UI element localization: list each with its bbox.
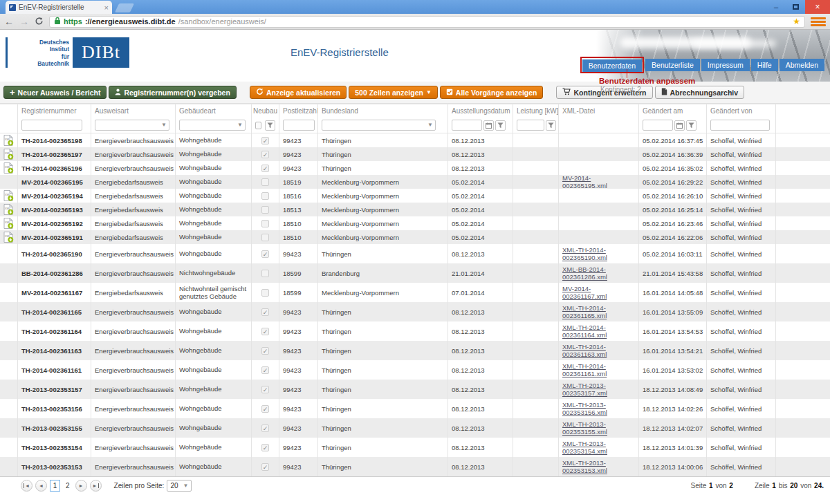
table-row[interactable]: TH-2014-002365190 Energieverbrauchsauswe… [0,244,830,263]
xml-file-link[interactable]: XML-TH-2014-002361161.xml [562,362,635,378]
nav-benutzerliste-button[interactable]: Benutzerliste [645,59,700,71]
pager-first-button[interactable]: ◄ [21,480,33,492]
browser-tab[interactable]: EnEV-Registrierstelle × [6,1,112,14]
table-row[interactable]: TH-2014-002361164 Energieverbrauchsauswe… [0,321,830,341]
nav-abmelden-button[interactable]: Abmelden [780,59,824,71]
xml-file-link[interactable]: XML-TH-2013-002353156.xml [562,401,635,417]
filter-leistung-input[interactable] [517,120,544,131]
billing-archive-button[interactable]: Abrechnungsarchiv [655,86,745,99]
xml-download-cell[interactable]: XML [0,189,18,203]
back-icon[interactable]: ← [4,17,14,26]
xml-file-link[interactable]: XML-TH-2013-002353157.xml [562,382,635,398]
filter-ausstellungsdatum-funnel-icon[interactable] [495,120,506,131]
pager-page-2[interactable]: 2 [63,482,73,489]
table-row[interactable]: BB-2014-002361286 Energieverbrauchsauswe… [0,263,830,283]
xml-download-cell[interactable] [0,263,18,283]
xml-file-link[interactable]: XML-TH-2014-002361165.xml [562,304,635,320]
reload-icon[interactable] [35,17,44,27]
table-row[interactable]: XML MV-2014-002365192 Energiebedarfsausw… [0,216,830,230]
filter-geaendert-von-input[interactable] [710,120,770,131]
xml-file-link[interactable]: XML-TH-2014-002361164.xml [562,324,635,339]
tab-close-icon[interactable]: × [104,4,109,11]
assign-number-button[interactable]: Registriernummer(n) vergeben [109,86,236,99]
xml-download-cell[interactable]: XML [0,161,18,175]
table-row[interactable]: XML MV-2014-002365194 Energiebedarfsausw… [0,189,830,203]
new-tab-button[interactable] [115,3,134,12]
table-row[interactable]: TH-2013-002353153 Energieverbrauchsauswe… [0,457,830,476]
table-row[interactable]: TH-2013-002353156 Energieverbrauchsauswe… [0,399,830,418]
filter-ausweisart-select[interactable]: ▼ [95,120,169,131]
bookmark-star-icon[interactable]: ★ [793,17,800,26]
xml-download-cell[interactable] [0,360,18,380]
table-row[interactable]: XML TH-2014-002365198 Energieverbrauchsa… [0,133,830,147]
rows-per-page-select[interactable]: 20 ▼ [167,480,192,492]
xml-file-link[interactable]: XML-TH-2014-002361163.xml [562,343,635,359]
filter-bundesland-select[interactable]: ▼ [322,120,436,131]
xml-download-cell[interactable] [0,244,18,263]
refresh-view-button[interactable]: Anzeige aktualisieren [250,86,347,99]
table-row[interactable]: TH-2014-002361165 Energieverbrauchsauswe… [0,302,830,321]
xml-download-cell[interactable]: XML [0,147,18,161]
table-row[interactable]: MV-2014-002361167 Energiebedarfsausweis … [0,283,830,302]
nav-benutzerdaten-button[interactable]: Benutzerdaten [582,59,642,72]
filter-postleitzahl-input[interactable] [283,120,315,131]
show-all-button[interactable]: Alle Vorgänge anzeigen [440,86,544,99]
table-row[interactable]: MV-2014-002365195 Energiebedarfsausweis … [0,175,830,189]
xml-download-cell[interactable] [0,302,18,321]
table-row[interactable]: TH-2013-002353157 Energieverbrauchsauswe… [0,380,830,399]
filter-gebaeudeart-select[interactable]: ▼ [179,120,246,131]
table-row[interactable]: TH-2013-002353154 Energieverbrauchsauswe… [0,438,830,457]
nav-impressum-button[interactable]: Impressum [701,59,750,71]
table-row[interactable]: TH-2013-002353155 Energieverbrauchsauswe… [0,418,830,438]
forward-icon[interactable]: → [19,17,29,26]
xml-download-cell[interactable]: XML [0,216,18,230]
xml-download-cell[interactable] [0,399,18,418]
table-row[interactable]: TH-2014-002361163 Energieverbrauchsauswe… [0,341,830,360]
xml-download-cell[interactable] [0,438,18,457]
filter-ausstellungsdatum-input[interactable] [452,120,482,131]
filter-geaendert-am-calendar-icon[interactable] [674,120,685,131]
pager-next-button[interactable]: ► [75,480,87,492]
cell-leistung [513,216,559,230]
window-minimize-button[interactable]: – [766,0,786,14]
pager-prev-button[interactable]: ◄ [35,480,47,492]
filter-geaendert-am-funnel-icon[interactable] [686,120,697,131]
url-bar[interactable]: https://energieausweis.dibt.de/sandbox/e… [49,16,805,28]
pager-last-button[interactable]: ► [90,480,102,492]
table-row[interactable]: XML TH-2014-002365197 Energieverbrauchsa… [0,147,830,161]
xml-download-cell[interactable] [0,418,18,438]
table-row[interactable]: XML MV-2014-002365193 Energiebedarfsausw… [0,203,830,216]
window-close-button[interactable]: × [805,0,830,14]
pager-current-page[interactable]: 1 [50,480,60,492]
new-certificate-button[interactable]: + Neuer Ausweis / Bericht [3,86,107,99]
filter-neubau-funnel-icon[interactable] [265,120,275,131]
table-row[interactable]: XML MV-2014-002365191 Energiebedarfsausw… [0,230,830,244]
nav-hilfe-button[interactable]: Hilfe [751,59,778,71]
filter-neubau-checkbox[interactable] [255,122,261,129]
xml-download-cell[interactable] [0,321,18,341]
xml-download-cell[interactable] [0,283,18,302]
xml-file-link[interactable]: XML-BB-2014-002361286.xml [562,265,635,281]
filter-registriernummer-input[interactable] [21,120,82,131]
xml-download-cell[interactable] [0,175,18,189]
xml-download-cell[interactable]: XML [0,230,18,244]
table-row[interactable]: XML TH-2014-002365196 Energieverbrauchsa… [0,161,830,175]
xml-download-cell[interactable]: XML [0,133,18,147]
xml-download-cell[interactable] [0,380,18,399]
xml-file-link[interactable]: MV-2014-002361167.xml [562,285,635,301]
xml-file-link[interactable]: XML-TH-2013-002353153.xml [562,459,635,475]
filter-ausstellungsdatum-calendar-icon[interactable] [483,120,494,131]
xml-file-link[interactable]: XML-TH-2014-002365190.xml [562,246,635,262]
rows-count-dropdown[interactable]: 500 Zeilen anzeigen ▼ [349,86,438,99]
xml-file-link[interactable]: MV-2014-002365195.xml [562,175,635,189]
xml-download-cell[interactable]: XML [0,203,18,216]
xml-download-cell[interactable] [0,341,18,360]
xml-file-link[interactable]: XML-TH-2013-002353154.xml [562,440,635,456]
table-row[interactable]: TH-2014-002361161 Energieverbrauchsauswe… [0,360,830,380]
xml-download-cell[interactable] [0,457,18,476]
filter-leistung-funnel-icon[interactable] [546,120,556,131]
xml-file-link[interactable]: XML-TH-2013-002353155.xml [562,420,635,436]
browser-menu-icon[interactable] [811,16,826,27]
filter-geaendert-am-input[interactable] [643,120,673,131]
window-maximize-button[interactable] [786,0,805,14]
